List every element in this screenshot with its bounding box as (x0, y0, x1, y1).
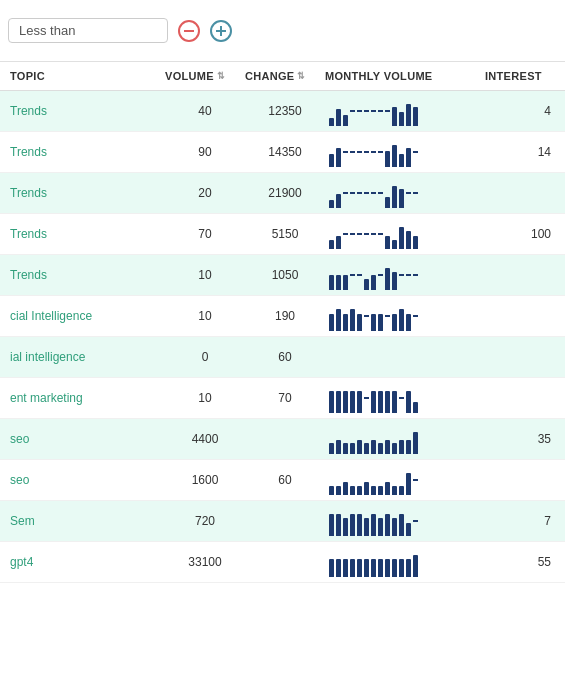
chart-bar (371, 275, 376, 290)
chart-bar (392, 272, 397, 290)
chart-bar (357, 192, 362, 194)
volume-sort-icon: ⇅ (217, 71, 225, 81)
chart-bar (399, 514, 404, 536)
data-table: TOPIC VOLUME ⇅ CHANGE ⇅ MONTHLY VOLUME I… (0, 62, 565, 583)
cell-change: 5150 (245, 227, 325, 241)
table-header: TOPIC VOLUME ⇅ CHANGE ⇅ MONTHLY VOLUME I… (0, 62, 565, 91)
chart-bar (371, 391, 376, 413)
chart-bar (385, 315, 390, 317)
chart-bar (378, 391, 383, 413)
chart-bar (350, 192, 355, 194)
chart-bar (364, 151, 369, 153)
cell-topic: cial Intelligence (10, 309, 165, 323)
chart-bar (399, 189, 404, 208)
filter-bar (0, 0, 565, 62)
cell-topic: Trends (10, 186, 165, 200)
chart-bar (378, 233, 383, 235)
chart-bar (371, 192, 376, 194)
cell-topic: Sem (10, 514, 165, 528)
chart-bar (406, 274, 411, 276)
chart-bar (329, 486, 334, 495)
cell-topic: ial intelligence (10, 350, 165, 364)
chart-bar (413, 432, 418, 454)
chart-bar (392, 559, 397, 577)
chart-bar (343, 275, 348, 290)
chart-bar (371, 559, 376, 577)
chart-bar (399, 227, 404, 249)
chart-bar (413, 192, 418, 194)
chart-bar (357, 151, 362, 153)
chart-bar (406, 192, 411, 194)
chart-bar (378, 274, 383, 276)
cell-change: 12350 (245, 104, 325, 118)
cell-volume: 4400 (165, 432, 245, 446)
chart-bar (364, 518, 369, 536)
chart-bar (385, 482, 390, 495)
filter-input[interactable] (19, 23, 157, 38)
cell-chart (325, 260, 485, 290)
cell-change: 1050 (245, 268, 325, 282)
chart-bar (392, 486, 397, 495)
cell-volume: 40 (165, 104, 245, 118)
chart-bar (385, 110, 390, 112)
chart-bar (343, 192, 348, 194)
cell-topic: gpt4 (10, 555, 165, 569)
chart-bar (336, 275, 341, 290)
chart-bar (350, 514, 355, 536)
cell-change: 60 (245, 350, 325, 364)
cell-chart (325, 424, 485, 454)
chart-bar (357, 440, 362, 454)
chart-bar (336, 559, 341, 577)
chart-bar (329, 559, 334, 577)
cell-chart (325, 178, 485, 208)
col-volume[interactable]: VOLUME ⇅ (165, 70, 245, 82)
cell-topic: seo (10, 432, 165, 446)
chart-bar (399, 309, 404, 331)
chart-bar (406, 231, 411, 249)
col-change[interactable]: CHANGE ⇅ (245, 70, 325, 82)
chart-bar (371, 314, 376, 331)
chart-bar (357, 274, 362, 276)
table-row: seo160060 (0, 460, 565, 501)
chart-bar (399, 486, 404, 495)
chart-bar (364, 443, 369, 454)
chart-bar (364, 397, 369, 399)
chart-bar (399, 112, 404, 126)
chart-bar (364, 315, 369, 317)
chart-bar (406, 314, 411, 331)
chart-bar (336, 236, 341, 249)
chart-bar (343, 443, 348, 454)
cell-change: 70 (245, 391, 325, 405)
cell-interest: 4 (485, 104, 555, 118)
cell-interest: 14 (485, 145, 555, 159)
cell-topic: Trends (10, 104, 165, 118)
cell-volume: 1600 (165, 473, 245, 487)
cell-volume: 10 (165, 268, 245, 282)
cell-chart (325, 342, 485, 372)
chart-bar (385, 559, 390, 577)
chart-bar (350, 151, 355, 153)
chart-bar (343, 559, 348, 577)
chart-bar (364, 233, 369, 235)
chart-bar (350, 486, 355, 495)
cell-chart (325, 465, 485, 495)
cell-interest: 55 (485, 555, 555, 569)
cell-change: 14350 (245, 145, 325, 159)
chart-bar (371, 233, 376, 235)
chart-bar (329, 118, 334, 126)
table-row: Trends101050 (0, 255, 565, 296)
table-row: Trends40123504 (0, 91, 565, 132)
change-sort-icon: ⇅ (297, 71, 305, 81)
cell-interest: 100 (485, 227, 555, 241)
chart-bar (343, 482, 348, 495)
chart-bar (413, 402, 418, 413)
chart-bar (364, 559, 369, 577)
cell-volume: 90 (165, 145, 245, 159)
chart-bar (329, 443, 334, 454)
remove-filter-button[interactable] (178, 20, 200, 42)
add-filter-button[interactable] (210, 20, 232, 42)
chart-bar (406, 148, 411, 167)
chart-bar (413, 479, 418, 481)
chart-bar (385, 391, 390, 413)
cell-change: 60 (245, 473, 325, 487)
